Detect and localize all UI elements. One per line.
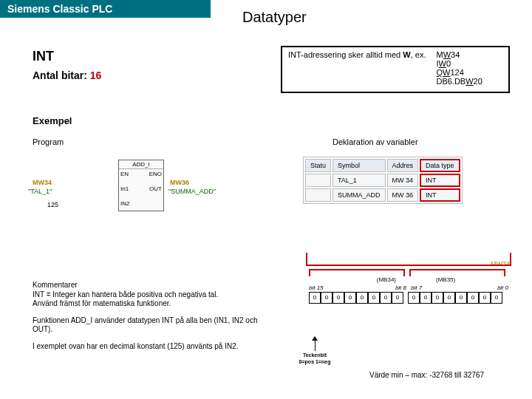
- bit-count: Antal bitar: 16: [33, 69, 101, 81]
- th-status: Statu: [305, 159, 331, 172]
- comment-line: I exemplet ovan har en decimal konstant …: [33, 342, 276, 352]
- comment-line: Använd främst för matematiska funktioner…: [33, 299, 171, 307]
- comments-block: Kommentarer INT = Integer kan hantera bå…: [33, 281, 276, 358]
- brand-header: Siemens Classic PLC: [0, 0, 211, 18]
- program-label: Program: [33, 137, 64, 146]
- byte-mb34: 00000000: [309, 292, 403, 304]
- datatype-name: INT: [33, 49, 54, 64]
- sig-mw34: MW34: [33, 179, 52, 186]
- sig-tal1: "TAL_1": [28, 188, 52, 195]
- addressing-text: INT-adressering sker alltid med W, ex.: [288, 50, 426, 89]
- sign-bit-pointer: Teckenbit 0=pos 1=neg: [307, 336, 322, 364]
- port-in2: IN2: [120, 200, 129, 207]
- value-range: Värde min – max: -32768 till 32767: [369, 371, 484, 379]
- th-datatype: Data type: [420, 159, 460, 172]
- bit0: bit 0: [497, 284, 508, 291]
- th-address: Addres: [387, 159, 419, 172]
- th-symbol: Symbol: [332, 159, 386, 172]
- bit7: bit 7: [411, 284, 422, 291]
- fbd-block-name: ADD_I: [119, 160, 163, 169]
- addressing-box: INT-adressering sker alltid med W, ex. M…: [281, 46, 510, 93]
- comment-line: Funktionen ADD_I använder datatypen INT …: [33, 316, 276, 335]
- addr-ex: DB6.DBW20: [436, 77, 482, 86]
- fbd-diagram: ADD_I EN ENO In1 OUT IN2 MW34 "TAL_1" 12…: [66, 155, 207, 229]
- addr-ex: QW124: [436, 68, 482, 77]
- variables-label: Deklaration av variabler: [332, 137, 418, 146]
- addressing-examples: MW34 IW0 QW124 DB6.DBW20: [436, 50, 482, 89]
- table-row: SUMMA_ADD MW 36 INT: [305, 188, 460, 202]
- fbd-block: ADD_I EN ENO In1 OUT IN2: [118, 160, 164, 211]
- table-header-row: Statu Symbol Addres Data type: [305, 159, 460, 172]
- table-row: TAL_1 MW 34 INT: [305, 174, 460, 187]
- port-eno: ENO: [149, 171, 162, 177]
- page-title: Datatyper: [242, 9, 307, 26]
- mb35-label: (MB35): [436, 276, 455, 283]
- bit8: bit 8: [395, 284, 406, 291]
- example-heading: Exempel: [33, 115, 72, 126]
- comment-line: INT = Integer kan hantera både positiva …: [33, 290, 218, 299]
- sig-summa: "SUMMA_ADD": [168, 188, 216, 195]
- addr-ex: MW34: [436, 50, 482, 59]
- sig-mw36: MW36: [170, 179, 189, 186]
- symbol-table: Statu Symbol Addres Data type TAL_1 MW 3…: [303, 157, 463, 204]
- port-en: EN: [120, 171, 129, 177]
- port-in1: In1: [120, 185, 129, 192]
- sig-125: 125: [47, 201, 58, 208]
- byte-brackets: [309, 269, 523, 276]
- mb34-label: (MB34): [377, 276, 396, 283]
- bit15: bit 15: [309, 284, 324, 291]
- comment-line: Kommentarer: [33, 281, 78, 289]
- bit-count-label: Antal bitar:: [33, 69, 87, 81]
- port-out: OUT: [149, 185, 162, 192]
- addr-ex: IW0: [436, 59, 482, 68]
- mw34-label: MW34: [309, 260, 523, 267]
- byte-mb35: 00000000: [408, 292, 502, 304]
- bit-diagram: MW34 (MB34) (MB35) bit 15bit 8 bit 7bit …: [309, 260, 523, 304]
- sign-bit-label: Teckenbit: [303, 352, 327, 358]
- sign-bit-values: 0=pos 1=neg: [299, 359, 331, 364]
- bit-count-value: 16: [90, 69, 102, 81]
